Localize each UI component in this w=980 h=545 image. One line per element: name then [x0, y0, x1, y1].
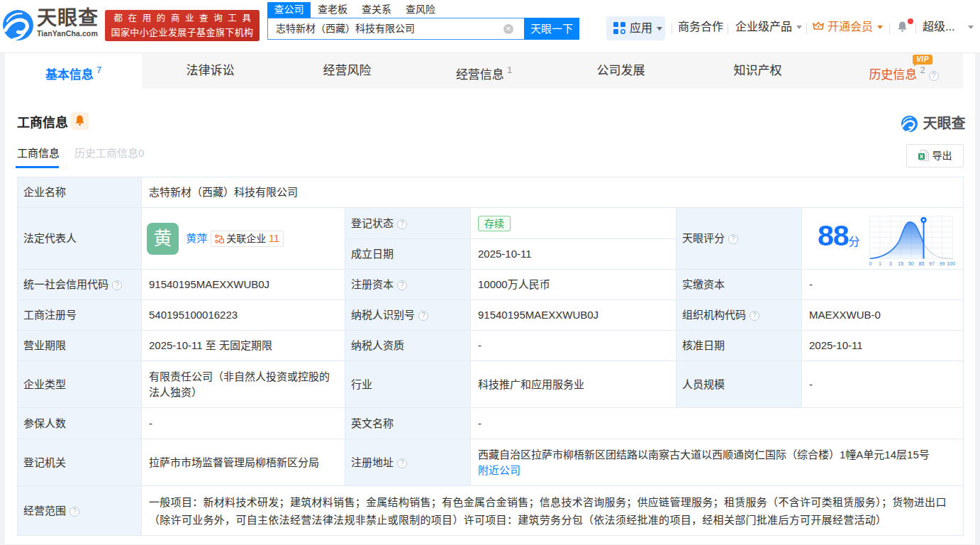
svg-text:99: 99 [939, 261, 945, 266]
svg-text:50: 50 [908, 261, 914, 266]
svg-text:1: 1 [879, 261, 881, 266]
svg-text:100: 100 [947, 261, 955, 266]
svg-text:85: 85 [918, 261, 924, 266]
svg-text:3: 3 [889, 261, 891, 266]
svg-text:0: 0 [869, 261, 872, 266]
svg-text:97: 97 [929, 261, 935, 266]
svg-text:15: 15 [898, 261, 903, 266]
